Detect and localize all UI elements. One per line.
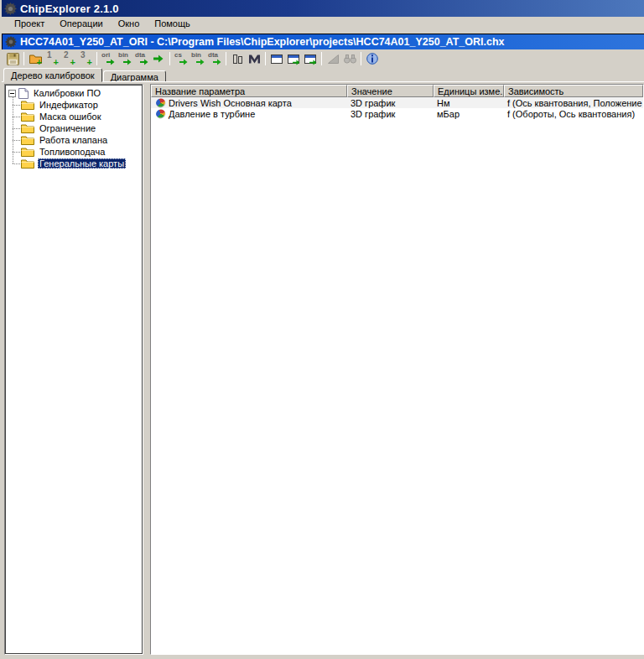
- green-arrow-icon: [293, 60, 300, 65]
- new-window-button[interactable]: [268, 50, 285, 67]
- parameter-units: Нм: [434, 98, 504, 108]
- window-icon: [271, 54, 283, 64]
- tree-item-fuel-supply[interactable]: Топливоподача: [13, 146, 141, 158]
- document-title-bar[interactable]: HCC74A01_Y250_AT_ORI - C:\Program Files\…: [2, 34, 644, 49]
- import-cs-button[interactable]: cs: [173, 50, 190, 67]
- toolbar-separator: [361, 52, 361, 65]
- 3d-map-icon: [154, 109, 166, 119]
- column-header-name[interactable]: Название параметра: [151, 85, 347, 97]
- document-icon: [18, 88, 29, 99]
- menu-operations[interactable]: Операции: [52, 18, 110, 30]
- import-bin-button[interactable]: bin: [190, 50, 206, 67]
- tree-root-label[interactable]: Калибровки ПО: [32, 88, 102, 98]
- plus-icon: +: [87, 58, 92, 66]
- export-ori-button[interactable]: ori: [100, 50, 117, 67]
- chip-gear-icon: [5, 36, 17, 48]
- tree-item-general-maps[interactable]: Генеральные карты: [13, 158, 141, 169]
- window-send-button[interactable]: [302, 50, 319, 67]
- app-title: ChipExplorer 2.1.0: [20, 3, 119, 15]
- tree-item-label[interactable]: Ограничение: [38, 123, 97, 133]
- green-arrow-icon: [106, 59, 115, 65]
- export-bin-button[interactable]: bin: [117, 50, 133, 67]
- export-button[interactable]: [150, 50, 167, 67]
- info-button[interactable]: [364, 50, 381, 67]
- cs-label: cs: [174, 51, 182, 59]
- add-level1-button[interactable]: 1 +: [44, 50, 60, 67]
- save-button[interactable]: [4, 50, 21, 67]
- dta-label: dta: [135, 51, 145, 59]
- toolbar-separator: [96, 52, 97, 65]
- plus-icon: +: [70, 58, 75, 66]
- add-level3-button[interactable]: 3 +: [77, 50, 94, 67]
- tree-item-label[interactable]: Маска ошибок: [38, 112, 102, 122]
- toolbar-separator: [265, 52, 266, 65]
- table-row[interactable]: Drivers Wish Основная карта 3D график Нм…: [151, 97, 643, 108]
- menu-help[interactable]: Помощь: [147, 18, 198, 30]
- tree-item-label[interactable]: Индефикатор: [38, 100, 100, 110]
- tree-item-error-mask[interactable]: Маска ошибок: [13, 111, 141, 122]
- parameter-value: 3D график: [347, 109, 434, 119]
- merge-button[interactable]: [246, 50, 262, 67]
- plus-icon: +: [37, 58, 42, 66]
- tab-diagram[interactable]: Диаграмма: [103, 70, 166, 82]
- column-header-dependency[interactable]: Зависимость: [504, 85, 643, 97]
- add-level2-button[interactable]: 2 +: [60, 50, 77, 67]
- window-export-button[interactable]: [285, 50, 302, 67]
- toolbar-separator: [23, 52, 24, 65]
- column-header-units[interactable]: Единицы изме...: [434, 85, 504, 97]
- tree-item-label[interactable]: Топливоподача: [38, 147, 106, 157]
- dta-label: dta: [208, 51, 218, 59]
- parameter-value: 3D график: [347, 98, 434, 108]
- bin-label: bin: [191, 51, 201, 59]
- calibration-tree-panel[interactable]: Калибровки ПО Индефикатор: [4, 84, 143, 655]
- column-header-value[interactable]: Значение: [347, 85, 434, 97]
- chip-gear-icon: [4, 3, 17, 15]
- bin-label: bin: [118, 51, 128, 59]
- application-window: { "window": { "title": "ChipExplorer 2.1…: [0, 0, 644, 659]
- digit-3-icon: 3: [80, 51, 86, 60]
- toolbar: + 1 + 2 + 3 + ori bin dta cs: [2, 49, 644, 68]
- tree-root[interactable]: Калибровки ПО: [7, 87, 141, 99]
- menu-project[interactable]: Проект: [7, 18, 52, 30]
- tab-label: Диаграмма: [111, 72, 158, 82]
- title-bar[interactable]: ChipExplorer 2.1.0: [2, 0, 644, 17]
- parameter-dependency: f (Обороты, Ось квантования): [504, 109, 643, 119]
- tree-item-identifier[interactable]: Индефикатор: [13, 99, 141, 111]
- search-button[interactable]: [341, 50, 358, 67]
- document-title: HCC74A01_Y250_AT_ORI - C:\Program Files\…: [20, 36, 505, 48]
- table-header: Название параметра Значение Единицы изме…: [151, 85, 643, 97]
- tab-calibration-tree[interactable]: Дерево калибровок: [3, 68, 102, 82]
- tab-bar: Дерево калибровок Диаграмма: [2, 68, 644, 82]
- add-folder-button[interactable]: +: [27, 50, 44, 67]
- green-arrow-icon: [140, 59, 148, 65]
- plus-icon: +: [54, 58, 59, 66]
- tree-item-label[interactable]: Работа клапана: [38, 135, 109, 145]
- info-icon: [366, 53, 378, 65]
- menu-window[interactable]: Окно: [111, 18, 148, 30]
- ramp-button[interactable]: [325, 50, 341, 67]
- parameter-units: мБар: [434, 109, 504, 119]
- toolbar-separator: [169, 52, 170, 65]
- panel-splitter[interactable]: [143, 84, 150, 655]
- compare-button[interactable]: [229, 50, 246, 67]
- tree-item-limitation[interactable]: Ограничение: [13, 122, 141, 134]
- green-arrow-icon: [309, 60, 317, 65]
- compare-icon: [232, 54, 243, 65]
- parameter-dependency: f (Ось квантования, Положение ДЗ): [504, 98, 643, 108]
- export-dta-button[interactable]: dta: [133, 50, 150, 67]
- green-arrow-icon: [196, 59, 205, 65]
- green-arrow-icon: [123, 59, 132, 65]
- tree-children: Индефикатор Маска ошибок: [13, 99, 141, 169]
- collapse-expander-icon[interactable]: [8, 90, 16, 97]
- 3d-map-icon: [154, 98, 166, 108]
- import-dta-button[interactable]: dta: [206, 50, 223, 67]
- parameter-name: Drivers Wish Основная карта: [169, 98, 292, 108]
- folder-icon: [21, 147, 34, 157]
- folder-icon: [21, 123, 34, 133]
- main-content: Калибровки ПО Индефикатор: [2, 82, 644, 657]
- table-row[interactable]: Давление в турбине 3D график мБар f (Обо…: [151, 108, 643, 119]
- menu-bar: Проект Операции Окно Помощь: [2, 17, 644, 32]
- save-icon: [7, 53, 19, 65]
- tree-item-label[interactable]: Генеральные карты: [38, 158, 126, 169]
- tree-item-valve-operation[interactable]: Работа клапана: [13, 134, 141, 146]
